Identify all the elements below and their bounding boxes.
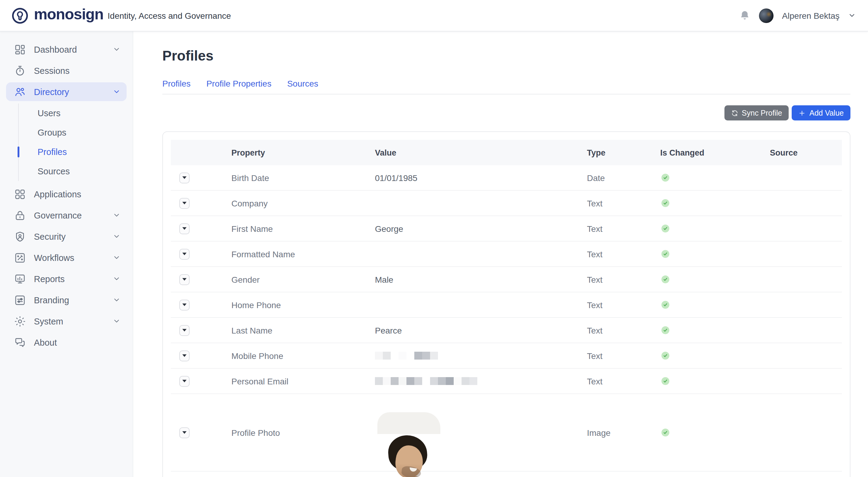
applications-icon [14, 188, 26, 200]
reports-icon [14, 273, 26, 285]
is-changed-check-badge [661, 301, 669, 309]
property-name: Gender [231, 274, 375, 284]
sidebar-item-branding[interactable]: Branding [6, 291, 127, 309]
profiles-table-card: PropertyValueTypeIs ChangedSource Birth … [162, 131, 850, 477]
sync-profile-button[interactable]: Sync Profile [724, 105, 789, 121]
user-avatar[interactable] [759, 8, 774, 23]
check-icon [663, 277, 668, 282]
sidebar-item-sessions[interactable]: Sessions [6, 61, 127, 80]
sidebar-item-dashboard[interactable]: Dashboard [6, 40, 127, 59]
caret-down-icon [182, 227, 187, 230]
sidebar-item-label: Directory [34, 87, 69, 97]
table-row-formatted-name: Formatted NameText [171, 241, 842, 267]
caret-down-icon [182, 252, 187, 255]
sidebar-subitem-label: Sources [37, 167, 70, 176]
row-actions-dropdown-button[interactable] [179, 299, 190, 310]
chevron-down-icon [113, 45, 121, 53]
user-menu-chevron-down-icon[interactable] [848, 11, 856, 20]
sidebar-item-governance[interactable]: Governance [6, 206, 127, 225]
property-value: George [375, 224, 403, 233]
notifications-bell-icon[interactable] [739, 10, 750, 21]
caret-down-icon [182, 202, 187, 205]
keyhole-logo-icon [11, 6, 29, 25]
sidebar-subitem-profiles[interactable]: Profiles [19, 142, 133, 162]
tab-sources[interactable]: Sources [287, 79, 318, 89]
sidebar-subitem-label: Profiles [37, 147, 67, 157]
is-changed-check-badge [661, 377, 669, 385]
property-value: 01/01/1985 [375, 173, 417, 182]
sidebar-item-label: Security [34, 232, 66, 241]
tab-profiles[interactable]: Profiles [162, 79, 190, 89]
sidebar-item-system[interactable]: System [6, 312, 127, 331]
caret-down-icon [182, 379, 187, 382]
check-icon [663, 251, 668, 257]
sidebar-item-applications[interactable]: Applications [6, 184, 127, 203]
row-actions-dropdown-button[interactable] [179, 198, 190, 208]
check-icon [663, 175, 668, 180]
sidebar-item-security[interactable]: Security [6, 227, 127, 246]
sidebar-item-directory[interactable]: Directory [6, 82, 127, 101]
sidebar-item-label: System [34, 316, 63, 326]
add-value-label: Add Value [809, 109, 844, 117]
sidebar-item-label: Branding [34, 295, 69, 305]
table-row-title: TitleText [171, 472, 842, 477]
row-actions-dropdown-button[interactable] [179, 248, 190, 260]
sessions-icon [14, 65, 26, 76]
table-row-birth-date: Birth Date01/01/1985Date [171, 165, 842, 191]
row-actions-dropdown-button[interactable] [179, 427, 190, 438]
caret-down-icon [182, 354, 187, 357]
is-changed-check-badge [661, 352, 669, 360]
sidebar-item-label: Governance [34, 210, 82, 220]
plus-icon [798, 109, 806, 116]
property-type: Text [587, 249, 660, 259]
row-actions-dropdown-button[interactable] [179, 376, 190, 386]
top-bar: monosign Identity, Access and Governance… [0, 0, 868, 32]
caret-down-icon [182, 329, 187, 332]
add-value-button[interactable]: Add Value [792, 105, 850, 121]
sidebar: DashboardSessionsDirectoryUsersGroupsPro… [0, 32, 133, 477]
property-type: Text [587, 351, 660, 361]
row-actions-dropdown-button[interactable] [179, 223, 190, 234]
property-value: Pearce [375, 326, 402, 335]
dashboard-icon [14, 43, 26, 56]
sidebar-item-workflows[interactable]: Workflows [6, 248, 127, 267]
table-row-gender: GenderMaleText [171, 267, 842, 293]
property-type: Text [587, 326, 660, 335]
caret-down-icon [182, 176, 187, 179]
sidebar-subitem-users[interactable]: Users [19, 103, 133, 123]
brand-name: monosign [34, 7, 103, 24]
table-row-company: CompanyText [171, 191, 842, 216]
table-row-personal-email: Personal EmailText [171, 369, 842, 394]
column-header-is-changed: Is Changed [660, 148, 770, 157]
table-row-first-name: First NameGeorgeText [171, 216, 842, 241]
app-root: monosign Identity, Access and Governance… [0, 0, 868, 477]
property-name: First Name [231, 224, 375, 233]
property-name: Personal Email [231, 376, 375, 386]
row-actions-dropdown-button[interactable] [179, 274, 190, 285]
table-row-last-name: Last NamePearceText [171, 318, 842, 343]
is-changed-check-badge [661, 326, 669, 334]
sidebar-item-reports[interactable]: Reports [6, 269, 127, 288]
row-actions-dropdown-button[interactable] [179, 172, 190, 183]
tab-profile-properties[interactable]: Profile Properties [206, 79, 271, 89]
chevron-down-icon [113, 317, 121, 325]
chevron-down-icon [113, 296, 121, 304]
refresh-icon [731, 109, 738, 116]
sidebar-subitem-sources[interactable]: Sources [19, 162, 133, 181]
brand-logo[interactable]: monosign [11, 6, 103, 25]
tab-bar: ProfilesProfile PropertiesSources [162, 79, 850, 95]
property-name: Mobile Phone [231, 351, 375, 361]
row-actions-dropdown-button[interactable] [179, 350, 190, 361]
sidebar-item-about[interactable]: About [6, 333, 127, 352]
sidebar-subitem-groups[interactable]: Groups [19, 123, 133, 142]
caret-down-icon [182, 303, 187, 306]
check-icon [663, 226, 668, 231]
user-name[interactable]: Alperen Bektaş [782, 10, 840, 20]
is-changed-check-badge [661, 174, 669, 181]
sidebar-item-label: Reports [34, 274, 65, 283]
property-name: Birth Date [231, 173, 375, 182]
row-actions-dropdown-button[interactable] [179, 325, 190, 336]
top-bar-right: Alperen Bektaş [739, 8, 856, 23]
check-icon [663, 302, 668, 307]
chevron-down-icon [113, 88, 121, 96]
